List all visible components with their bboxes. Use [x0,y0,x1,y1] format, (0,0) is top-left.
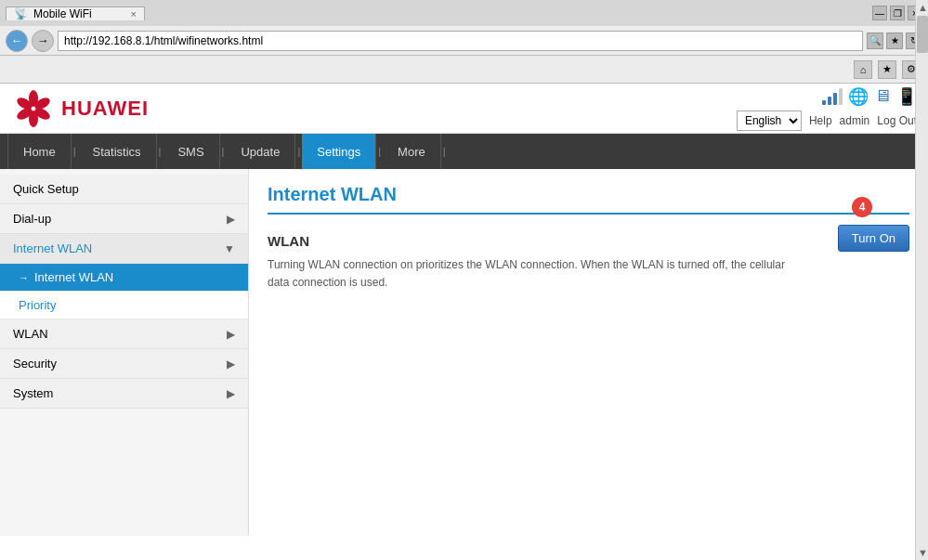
title-bar: 📡 Mobile WiFi × — ❐ × [0,0,928,26]
sidebar-item-system[interactable]: System ▶ [0,379,248,409]
sidebar-sub-item-internet-wlan[interactable]: → Internet WLAN [0,264,248,292]
url-input[interactable] [58,31,863,51]
sidebar: Quick Setup Dial-up ▶ Internet WLAN ▼ → … [0,169,249,536]
scrollbar[interactable]: ▲ ▼ [915,169,928,536]
star-toolbar-icon[interactable]: ★ [878,60,896,79]
nav-divider-1: | [72,146,78,157]
top-bar: HUAWEI 🌐 🖥 📱 [0,84,928,134]
tablet-icon[interactable]: 📱 [896,86,917,107]
tab-close-icon[interactable]: × [131,8,137,20]
address-bar: ← → 🔍 ★ ↻ [0,26,928,56]
signal-strength-icon [822,88,843,105]
wlan-section-desc: Turning WLAN connection on prioritizes t… [268,256,806,292]
browser-window: 📡 Mobile WiFi × — ❐ × ← → 🔍 ★ ↻ ⌂ ★ ⚙ [0,0,928,536]
search-icon[interactable]: 🔍 [867,33,883,49]
sidebar-sub-item-priority[interactable]: Priority [0,292,248,319]
toolbar-bar: ⌂ ★ ⚙ [0,56,928,84]
logout-link[interactable]: Log Out [877,114,917,127]
internet-wlan-arrow-icon: ▼ [224,242,235,255]
restore-button[interactable]: ❐ [890,6,905,20]
address-icons: 🔍 ★ ↻ [867,33,922,49]
language-select[interactable]: English [737,111,802,131]
turn-on-button[interactable]: Turn On [838,225,909,252]
logo-area: HUAWEI [11,89,149,128]
toolbar-right: ⌂ ★ ⚙ [854,60,921,79]
wlan-section-title: WLAN [268,233,909,249]
sidebar-item-wlan[interactable]: WLAN ▶ [0,319,248,349]
globe-icon[interactable]: 🌐 [848,86,869,107]
help-link[interactable]: Help [809,114,832,127]
content-area: Quick Setup Dial-up ▶ Internet WLAN ▼ → … [0,169,928,536]
dialup-arrow-icon: ▶ [227,213,235,226]
sidebar-item-security[interactable]: Security ▶ [0,349,248,379]
bookmark-icon[interactable]: ★ [886,33,903,49]
sidebar-sub-internet-wlan: → Internet WLAN Priority [0,264,248,319]
tab-area: 📡 Mobile WiFi × [6,7,145,20]
nav-divider-4: | [295,146,302,157]
system-arrow-icon: ▶ [227,387,235,400]
sidebar-item-dialup[interactable]: Dial-up ▶ [0,204,248,234]
back-button[interactable]: ← [6,30,28,52]
top-right-area: 🌐 🖥 📱 English Help admin Log Out [737,86,917,131]
page-content: HUAWEI 🌐 🖥 📱 [0,84,928,536]
nav-item-more[interactable]: More [383,134,441,169]
nav-divider-5: | [376,146,383,157]
monitor-icon[interactable]: 🖥 [874,86,891,106]
main-content: 1 2 3 Internet WLAN WLAN Turning WLAN co… [249,169,928,536]
huawei-logo-icon [11,89,56,128]
nav-divider-6: | [441,146,448,157]
nav-item-home[interactable]: Home [7,134,72,169]
nav-divider-3: | [220,146,227,157]
page-title: Internet WLAN [268,184,909,215]
nav-bar: Home | Statistics | SMS | Update | Setti… [0,134,928,169]
status-icons: 🌐 🖥 📱 [822,86,917,107]
forward-button[interactable]: → [32,30,54,52]
active-sub-arrow-icon: → [19,272,29,283]
nav-item-statistics[interactable]: Statistics [78,134,157,169]
top-controls: 🌐 🖥 📱 [822,86,917,107]
nav-divider-2: | [157,146,163,157]
nav-item-settings[interactable]: Settings [302,134,376,169]
nav-item-update[interactable]: Update [226,134,295,169]
browser-tab[interactable]: 📡 Mobile WiFi × [6,7,145,20]
sidebar-item-internet-wlan[interactable]: Internet WLAN ▼ [0,234,248,264]
admin-label: admin [840,114,870,127]
security-arrow-icon: ▶ [227,358,235,371]
nav-item-sms[interactable]: SMS [163,134,219,169]
tab-favicon: 📡 [14,7,28,20]
tab-title: Mobile WiFi [33,7,92,20]
annotation-4: 4 [852,197,872,217]
wlan-arrow-icon: ▶ [227,328,235,341]
minimize-button[interactable]: — [872,6,887,20]
sidebar-item-quick-setup[interactable]: Quick Setup [0,175,248,204]
home-toolbar-icon[interactable]: ⌂ [854,60,872,79]
lang-and-links: English Help admin Log Out [737,111,917,131]
logo-text: HUAWEI [61,97,149,121]
